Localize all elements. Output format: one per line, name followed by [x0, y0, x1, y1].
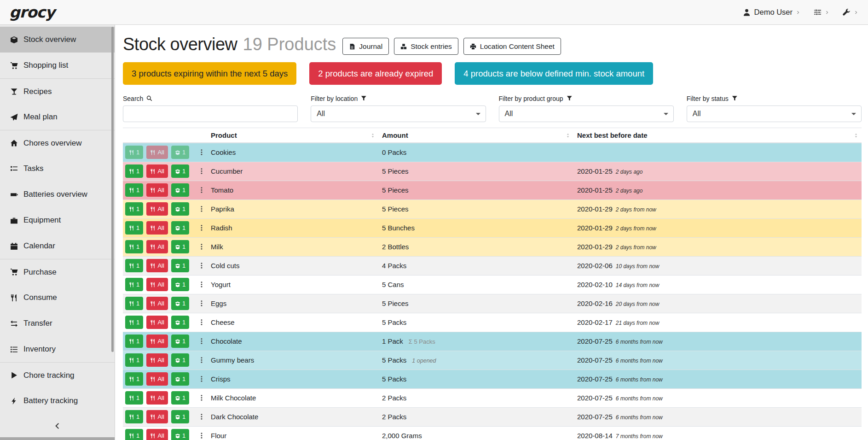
sidebar-item-purchase[interactable]: Purchase — [0, 259, 115, 285]
open-one-button[interactable]: 1 — [171, 429, 189, 440]
consume-all-button[interactable]: All — [146, 278, 168, 291]
sidebar-item-chores-overview[interactable]: Chores overview — [0, 130, 115, 156]
sidebar-item-shopping-list[interactable]: Shopping list — [0, 53, 115, 78]
consume-one-button[interactable]: 1 — [125, 278, 143, 291]
consume-one-button[interactable]: 1 — [125, 146, 143, 159]
consume-one-button[interactable]: 1 — [125, 429, 143, 440]
filter-by-product-group-select[interactable]: All — [499, 106, 674, 122]
consume-all-button[interactable]: All — [146, 221, 168, 235]
row-menu-button[interactable] — [196, 393, 207, 402]
row-menu-button[interactable] — [196, 412, 207, 421]
sidebar-item-batteries-overview[interactable]: Batteries overview — [0, 182, 115, 207]
filter-by-location-select[interactable]: All — [311, 106, 486, 122]
row-menu-button[interactable] — [196, 375, 207, 383]
consume-all-button[interactable]: All — [146, 240, 168, 253]
consume-all-button[interactable]: All — [146, 410, 168, 423]
consume-one-button[interactable]: 1 — [125, 353, 143, 367]
consume-one-button[interactable]: 1 — [125, 410, 143, 423]
sidebar-item-recipes[interactable]: Recipes — [0, 78, 115, 104]
sidebar-item-battery-tracking[interactable]: Battery tracking — [0, 388, 115, 414]
column-header-next-best-before-date[interactable]: Next best before date — [573, 128, 862, 143]
column-header-product[interactable]: Product — [207, 128, 378, 143]
open-one-button[interactable]: 1 — [171, 353, 189, 367]
consume-one-button[interactable]: 1 — [125, 297, 143, 310]
open-one-button[interactable]: 1 — [171, 391, 189, 405]
consume-one-button[interactable]: 1 — [125, 240, 143, 253]
open-one-button[interactable]: 1 — [171, 372, 189, 386]
consume-all-button[interactable]: All — [146, 297, 168, 310]
consume-all-button[interactable]: All — [146, 259, 168, 272]
consume-all-button[interactable]: All — [146, 316, 168, 329]
consume-all-button[interactable]: All — [146, 164, 168, 178]
consume-one-button[interactable]: 1 — [125, 164, 143, 178]
settings-menu-button[interactable] — [814, 8, 829, 16]
open-one-button[interactable]: 1 — [171, 183, 189, 197]
row-menu-button[interactable] — [196, 148, 207, 157]
open-one-button[interactable]: 1 — [171, 240, 189, 253]
alert-warning[interactable]: 3 products expiring within the next 5 da… — [123, 62, 296, 85]
open-one-button[interactable]: 1 — [171, 410, 189, 423]
consume-one-button[interactable]: 1 — [125, 202, 143, 216]
row-menu-button[interactable] — [196, 280, 207, 289]
sidebar-collapse-button[interactable] — [0, 416, 115, 437]
consume-one-button[interactable]: 1 — [125, 334, 143, 348]
alert-info[interactable]: 4 products are below defined min. stock … — [455, 62, 653, 85]
admin-menu-button[interactable] — [843, 8, 858, 16]
consume-one-button[interactable]: 1 — [125, 259, 143, 272]
row-menu-button[interactable] — [196, 186, 207, 194]
filter-by-status-select[interactable]: All — [687, 106, 862, 122]
row-menu-button[interactable] — [196, 167, 207, 176]
journal-button[interactable]: Journal — [342, 38, 389, 55]
location-content-sheet-button[interactable]: Location Content Sheet — [463, 38, 561, 55]
sidebar-item-transfer[interactable]: Transfer — [0, 311, 115, 336]
product-name: Yogurt — [211, 281, 231, 288]
stock-entries-button[interactable]: Stock entries — [394, 38, 458, 55]
column-header-amount[interactable]: Amount — [378, 128, 573, 143]
row-menu-button[interactable] — [196, 223, 207, 232]
consume-one-button[interactable]: 1 — [125, 183, 143, 197]
user-menu-button[interactable]: Demo User — [743, 8, 800, 17]
sidebar-item-stock-overview[interactable]: Stock overview — [0, 27, 115, 53]
row-menu-button[interactable] — [196, 205, 207, 213]
search-input[interactable] — [123, 106, 298, 122]
row-menu-button[interactable] — [196, 318, 207, 327]
open-one-button[interactable]: 1 — [171, 316, 189, 329]
sidebar-item-chore-tracking[interactable]: Chore tracking — [0, 362, 115, 388]
row-menu-button[interactable] — [196, 356, 207, 364]
row-actions-cell: 1 All 1 — [123, 162, 207, 181]
open-one-button[interactable]: 1 — [171, 202, 189, 216]
sidebar-item-equipment[interactable]: Equipment — [0, 207, 115, 233]
open-one-button[interactable]: 1 — [171, 334, 189, 348]
app-logo[interactable]: grocy — [9, 3, 55, 21]
consume-all-button[interactable]: All — [146, 146, 168, 159]
sidebar-item-inventory[interactable]: Inventory — [0, 336, 115, 362]
sidebar-item-meal-plan[interactable]: Meal plan — [0, 104, 115, 130]
consume-all-button[interactable]: All — [146, 429, 168, 440]
sidebar-scrollbar[interactable] — [111, 27, 114, 352]
sidebar-item-calendar[interactable]: Calendar — [0, 233, 115, 259]
open-one-button[interactable]: 1 — [171, 164, 189, 178]
row-menu-button[interactable] — [196, 242, 207, 251]
open-one-button[interactable]: 1 — [171, 297, 189, 310]
sidebar-item-consume[interactable]: Consume — [0, 285, 115, 311]
consume-one-button[interactable]: 1 — [125, 391, 143, 405]
open-one-button[interactable]: 1 — [171, 146, 189, 159]
open-one-button[interactable]: 1 — [171, 259, 189, 272]
consume-all-button[interactable]: All — [146, 391, 168, 405]
row-menu-button[interactable] — [196, 299, 207, 308]
consume-one-button[interactable]: 1 — [125, 316, 143, 329]
open-one-button[interactable]: 1 — [171, 278, 189, 291]
consume-all-button[interactable]: All — [146, 334, 168, 348]
consume-all-button[interactable]: All — [146, 353, 168, 367]
sidebar-item-tasks[interactable]: Tasks — [0, 156, 115, 182]
row-menu-button[interactable] — [196, 337, 207, 346]
row-menu-button[interactable] — [196, 431, 207, 440]
consume-all-button[interactable]: All — [146, 183, 168, 197]
consume-all-button[interactable]: All — [146, 202, 168, 216]
row-menu-button[interactable] — [196, 261, 207, 270]
consume-all-button[interactable]: All — [146, 372, 168, 386]
consume-one-button[interactable]: 1 — [125, 221, 143, 235]
consume-one-button[interactable]: 1 — [125, 372, 143, 386]
alert-danger[interactable]: 2 products are already expired — [309, 62, 442, 85]
open-one-button[interactable]: 1 — [171, 221, 189, 235]
